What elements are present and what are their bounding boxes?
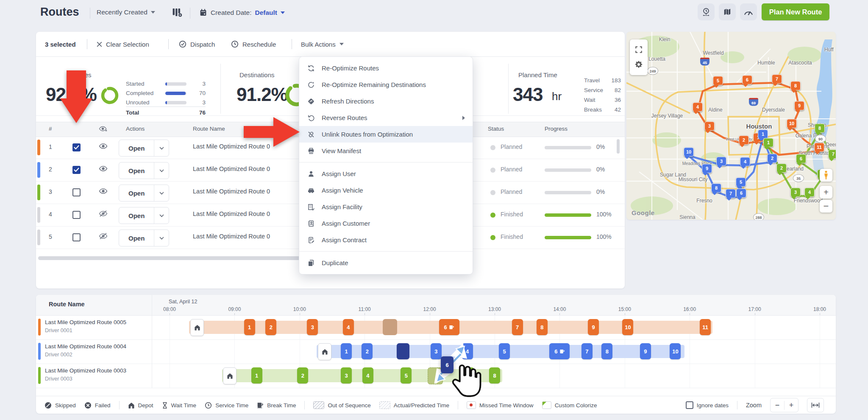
visibility-on-icon[interactable] bbox=[99, 143, 108, 151]
open-route-button[interactable]: Open bbox=[119, 185, 169, 202]
open-route-button[interactable]: Open bbox=[119, 207, 169, 224]
ignore-dates-checkbox[interactable] bbox=[686, 401, 693, 409]
visibility-on-icon[interactable] bbox=[99, 165, 108, 174]
gantt-stop-chip[interactable]: 2 bbox=[362, 343, 373, 359]
gantt-stop-chip[interactable]: 11 bbox=[700, 319, 711, 335]
map-stop-marker[interactable]: 1 bbox=[763, 138, 773, 147]
gantt-stop-chip-break[interactable]: 6 bbox=[549, 343, 570, 359]
gantt-stop-chip[interactable]: 4 bbox=[362, 367, 373, 384]
gantt-wait-block[interactable] bbox=[383, 319, 397, 335]
map-stop-marker[interactable]: 7 bbox=[828, 149, 836, 159]
gantt-stop-chip[interactable]: 2 bbox=[265, 319, 276, 335]
map-stop-marker[interactable]: 7 bbox=[726, 189, 736, 198]
visibility-off-icon[interactable] bbox=[99, 233, 108, 241]
menu-item-re-optimize-routes[interactable]: Re-Optimize Routes bbox=[299, 60, 473, 76]
map-stop-marker[interactable]: 9 bbox=[794, 101, 804, 110]
route-history-icon[interactable] bbox=[698, 3, 715, 20]
clear-selection-button[interactable]: Clear Selection bbox=[97, 32, 149, 56]
menu-item-assign-facility[interactable]: Assign Facility bbox=[299, 199, 473, 215]
pegman-icon[interactable] bbox=[820, 169, 832, 182]
open-route-button[interactable]: Open bbox=[119, 140, 169, 157]
map-stop-marker[interactable]: 7 bbox=[772, 74, 782, 84]
open-route-button[interactable]: Open bbox=[119, 162, 169, 179]
map-stop-marker[interactable]: 4 bbox=[693, 102, 703, 112]
gantt-stop-chip[interactable]: 9 bbox=[640, 343, 651, 359]
dispatch-button[interactable]: Dispatch bbox=[179, 32, 215, 56]
map-stop-marker[interactable]: 2 bbox=[739, 135, 749, 145]
map-zoom-out-button[interactable]: − bbox=[820, 200, 832, 213]
gantt-stop-chip[interactable]: 7 bbox=[581, 343, 593, 359]
gantt-stop-chip[interactable]: 8 bbox=[489, 367, 500, 384]
chevron-down-icon[interactable] bbox=[154, 207, 169, 224]
map-stop-marker[interactable]: 9 bbox=[702, 164, 712, 173]
created-date-filter[interactable]: Created Date: Default bbox=[199, 8, 285, 17]
menu-item-assign-contract[interactable]: Assign Contract bbox=[299, 232, 473, 248]
gantt-stop-chip[interactable]: 3 bbox=[307, 319, 318, 335]
chevron-down-icon[interactable] bbox=[154, 140, 169, 156]
gantt-stop-chip[interactable]: 7 bbox=[512, 319, 523, 335]
row-checkbox[interactable] bbox=[72, 233, 81, 241]
map-view-icon[interactable] bbox=[719, 3, 736, 20]
gantt-stop-chip[interactable]: 5 bbox=[499, 343, 510, 359]
plan-new-route-button[interactable]: Plan New Route bbox=[762, 3, 829, 20]
map-stop-marker[interactable]: 8 bbox=[815, 123, 825, 133]
gantt-stop-chip[interactable]: 4 bbox=[343, 319, 354, 335]
menu-item-unlink-routes-from-optimization[interactable]: Unlink Routes from Optimization bbox=[299, 126, 473, 143]
gantt-stop-chip[interactable]: 8 bbox=[537, 319, 548, 335]
map-stop-marker[interactable]: 11 bbox=[814, 143, 824, 152]
gantt-stop-chip[interactable]: 1 bbox=[244, 319, 255, 335]
menu-item-assign-user[interactable]: Assign User bbox=[299, 165, 473, 182]
gantt-stop-chip[interactable]: 1 bbox=[251, 367, 262, 384]
menu-item-reverse-routes[interactable]: Reverse Routes bbox=[299, 109, 473, 126]
reschedule-button[interactable]: Reschedule bbox=[231, 32, 276, 56]
map-stop-marker[interactable]: 1 bbox=[758, 129, 768, 139]
row-checkbox[interactable] bbox=[72, 188, 81, 196]
sort-dropdown[interactable]: Recently Created bbox=[97, 8, 155, 16]
visibility-on-icon[interactable] bbox=[99, 188, 108, 196]
menu-item-re-optimize-remaining-destinations[interactable]: Re-Optimize Remaining Destinations bbox=[299, 76, 473, 93]
gantt-stop-chip[interactable]: 5 bbox=[401, 367, 412, 384]
speedometer-icon[interactable] bbox=[740, 3, 757, 20]
columns-settings-icon[interactable] bbox=[172, 7, 183, 20]
map-stop-marker[interactable]: 5 bbox=[713, 76, 723, 85]
gantt-stop-chip[interactable]: 8 bbox=[601, 343, 612, 359]
map-stop-marker[interactable]: 6 bbox=[796, 154, 806, 163]
chevron-down-icon[interactable] bbox=[154, 185, 169, 201]
chevron-down-icon[interactable] bbox=[154, 162, 169, 179]
map-stop-marker[interactable]: 3 bbox=[716, 157, 726, 166]
open-route-button[interactable]: Open bbox=[119, 230, 169, 246]
map-settings-gear-icon[interactable] bbox=[634, 60, 643, 69]
zoom-in-button[interactable]: + bbox=[785, 401, 798, 410]
map-stop-marker[interactable]: 6 bbox=[736, 188, 746, 198]
map-stop-marker[interactable]: 3 bbox=[704, 121, 715, 131]
gantt-stop-chip[interactable]: 10 bbox=[670, 343, 681, 359]
map-stop-marker[interactable]: 8 bbox=[790, 81, 801, 90]
ignore-dates-toggle[interactable]: Ignore dates bbox=[686, 401, 729, 409]
gantt-stop-chip-break[interactable]: 6 bbox=[439, 319, 459, 335]
map-panel[interactable]: KleinWestfieldHumbleAtascocitaHuffLouett… bbox=[626, 32, 836, 220]
gantt-stop-chip[interactable]: 10 bbox=[622, 319, 633, 335]
map-stop-marker[interactable]: 2 bbox=[767, 154, 777, 163]
gantt-break-block[interactable] bbox=[397, 343, 409, 359]
visibility-off-icon[interactable] bbox=[99, 210, 108, 218]
menu-item-assign-customer[interactable]: Assign Customer bbox=[299, 215, 473, 232]
map-stop-marker[interactable]: 10 bbox=[684, 147, 694, 157]
menu-item-assign-vehicle[interactable]: Assign Vehicle bbox=[299, 182, 473, 199]
map-zoom-in-button[interactable]: + bbox=[820, 186, 832, 199]
gantt-stop-chip[interactable]: 9 bbox=[588, 319, 599, 335]
map-stop-marker[interactable]: 6 bbox=[742, 75, 752, 84]
fit-to-width-button[interactable] bbox=[807, 398, 824, 412]
bulk-actions-dropdown[interactable]: Bulk Actions bbox=[301, 32, 344, 56]
row-checkbox[interactable] bbox=[72, 211, 81, 219]
zoom-out-button[interactable]: − bbox=[771, 401, 785, 410]
row-checkbox[interactable] bbox=[72, 166, 81, 174]
vertical-scrollbar[interactable] bbox=[617, 139, 620, 154]
chevron-down-icon[interactable] bbox=[154, 230, 169, 246]
fullscreen-icon[interactable] bbox=[635, 46, 643, 53]
map-stop-marker[interactable]: 5 bbox=[736, 177, 746, 187]
map-stop-marker[interactable]: 8 bbox=[711, 183, 721, 193]
map-stop-marker[interactable]: 2 bbox=[776, 163, 787, 173]
menu-item-refresh-directions[interactable]: Refresh Directions bbox=[299, 93, 473, 109]
map-stop-marker[interactable]: 4 bbox=[740, 157, 750, 166]
gantt-stop-chip[interactable]: 1 bbox=[341, 343, 352, 359]
